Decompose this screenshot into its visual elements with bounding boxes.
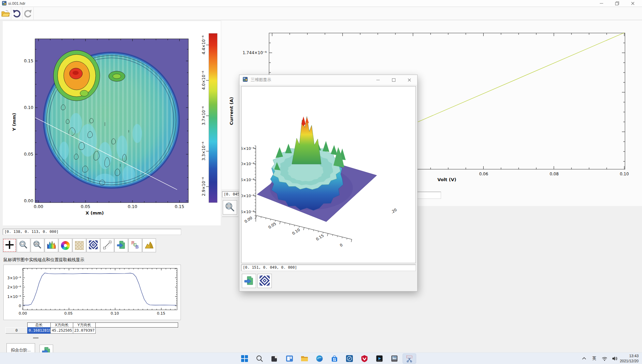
zoom-box-icon — [19, 240, 28, 250]
hotspot — [53, 50, 100, 101]
diamond-pattern-icon — [260, 275, 270, 287]
dialog-minimize-button[interactable] — [370, 75, 386, 85]
start-button[interactable] — [238, 353, 251, 364]
colorbar-ticks — [206, 45, 209, 187]
x-tick-label: 0.15 — [175, 204, 184, 209]
table-header-xlen[interactable]: X方向长 — [50, 322, 73, 328]
surface-3d-icon — [145, 240, 154, 250]
colorbar-tick-label: 3.7×10⁻⁶ — [201, 106, 206, 125]
image-viewer-icon[interactable] — [388, 353, 401, 364]
table-row-index[interactable]: 0 — [5, 327, 28, 334]
minimize-button[interactable] — [594, 0, 609, 7]
restore-button[interactable] — [609, 0, 625, 7]
task-app-icon[interactable] — [268, 353, 281, 364]
undo-button[interactable] — [11, 7, 22, 20]
splitter-handle[interactable] — [33, 337, 38, 338]
colorbar-tick-label: 4.0×10⁻⁶ — [201, 71, 206, 90]
zoom-reset-icon — [33, 240, 42, 250]
surface-3d-plot: .5×10⁻⁶ .0×10⁻⁶ .5×10⁻⁶ .0×10⁻⁶ .5×10⁻⁶ … — [241, 86, 416, 263]
z-tick-label: .5×10⁻⁶ — [241, 178, 255, 182]
redo-button[interactable] — [22, 7, 34, 20]
profile-x-tick: 0.10 — [111, 311, 119, 316]
x3d-tick-label: 0.05 — [268, 221, 277, 230]
y-tick-label: 0.10 — [24, 105, 33, 110]
x-tick-label: 0.10 — [128, 204, 137, 209]
wifi-icon[interactable] — [600, 353, 609, 364]
dialog-export-button[interactable] — [242, 274, 256, 288]
export-data-tool-button[interactable] — [114, 238, 128, 252]
occluded-zoom-reset-button[interactable] — [223, 200, 237, 215]
zoom-box-tool-button[interactable] — [17, 238, 30, 252]
central-peak — [292, 116, 321, 164]
z-tick-label: .5×10⁻⁶ — [241, 210, 255, 214]
z-tick-label: .0×10⁻⁶ — [241, 194, 255, 198]
dialog-status: [0. 151, 0. 049, 0. 000] — [241, 265, 416, 271]
iv-x-axis-label: Volt (V) — [437, 177, 456, 182]
color-wheel-icon — [61, 241, 70, 250]
search-button[interactable] — [253, 353, 266, 364]
open-folder-icon — [1, 9, 10, 19]
profile-x-tick: 0.00 — [19, 311, 27, 316]
widgets-button[interactable] — [283, 353, 296, 364]
measure-line-tool-button[interactable] — [100, 238, 114, 252]
edge-button[interactable] — [313, 353, 326, 364]
mosaic-tool-button[interactable] — [73, 238, 86, 252]
crosshair-icon — [5, 240, 14, 251]
ime-indicator[interactable]: 英 — [590, 353, 599, 364]
colorbar-tick-label: 4.4×10⁻⁶ — [201, 35, 206, 54]
x-tick-label: 0.00 — [34, 204, 43, 209]
file-explorer-button[interactable] — [298, 353, 311, 364]
table-header-empty — [95, 322, 178, 328]
dialog-close-button[interactable] — [402, 75, 417, 85]
diamond-pattern-tool-button[interactable] — [87, 238, 100, 252]
hint-text: 鼠标调节图中实线端点和位置提取截线显示 — [3, 257, 84, 263]
iv-y-axis-label: Current (A) — [229, 97, 234, 125]
profile-panel[interactable]: 3×10⁻⁶ 2×10⁻⁶ 1×10⁻⁶ 0 0.00 0.05 0.10 0.… — [3, 265, 181, 320]
dialog-maximize-button[interactable] — [386, 75, 402, 85]
snipping-tool-button[interactable] — [403, 353, 416, 364]
measure-line-icon — [103, 240, 112, 250]
zoom-reset-tool-button[interactable] — [31, 238, 44, 252]
table-cell-total[interactable]: 0.16812819 — [27, 327, 51, 334]
profile-y-tick: 1×10⁻⁶ — [7, 295, 21, 299]
iv-x-tick: 0.10 — [620, 172, 629, 176]
store-button[interactable] — [328, 353, 341, 364]
main-toolbar — [0, 7, 642, 20]
table-cell-ylen[interactable]: 23.079397 — [73, 327, 96, 334]
open-file-button[interactable] — [0, 7, 11, 20]
dialog-titlebar[interactable]: 三维图显示 — [239, 75, 417, 85]
dialog-title: 三维图显示 — [251, 77, 271, 83]
taskbar-clock[interactable]: 13:43 2021/12/20 — [609, 353, 639, 364]
color-wheel-tool-button[interactable] — [59, 238, 72, 252]
color-histogram-icon — [47, 240, 56, 250]
dialog-pattern-button[interactable] — [257, 274, 272, 288]
surface-dialog[interactable]: 三维图显示 — [239, 75, 418, 291]
y-axis-label: Y (mm) — [12, 113, 17, 131]
dialog-app-icon — [243, 77, 248, 83]
colorbar-tick-label: 3.3×10⁻⁶ — [201, 142, 206, 161]
undo-icon — [12, 9, 21, 19]
dell-app-icon[interactable] — [343, 353, 356, 364]
media-player-icon[interactable] — [373, 353, 386, 364]
x3d-tick-label: 0.15 — [315, 233, 325, 241]
color-histogram-tool-button[interactable] — [45, 238, 58, 252]
crosshair-tool-button[interactable] — [3, 238, 16, 252]
contour-plot[interactable]: 0.00 0.05 0.10 0.15 0.00 0.05 0.10 0.15 … — [3, 21, 221, 225]
svg-text:B: B — [135, 244, 139, 249]
surface-3d-view[interactable]: .5×10⁻⁶ .0×10⁻⁶ .5×10⁻⁶ .0×10⁻⁶ .5×10⁻⁶ … — [241, 86, 416, 263]
close-button[interactable] — [625, 0, 641, 7]
profile-x-tick: 0.15 — [157, 311, 166, 316]
x3d-tick-label: 0.00 — [244, 216, 253, 224]
rgb-channels-tool-button[interactable]: RGB — [128, 238, 142, 252]
colorbar — [209, 33, 217, 203]
contour-panel: 0.00 0.05 0.10 0.15 0.00 0.05 0.10 0.15 … — [3, 21, 221, 225]
surface-3d-tool-button[interactable] — [142, 238, 156, 252]
table-header-total[interactable]: 总长 — [27, 322, 51, 328]
x3d-tick-label: 0.10 — [292, 227, 301, 236]
table-cell-xlen[interactable]: 45.252505 — [50, 327, 73, 334]
profile-y-tick: 2×10⁻⁶ — [7, 285, 21, 289]
tray-chevron-icon[interactable] — [580, 353, 589, 364]
table-header-ylen[interactable]: Y方向长 — [73, 322, 96, 328]
mcafee-icon[interactable] — [358, 353, 371, 364]
y-tick-label: 0.00 — [24, 198, 33, 203]
